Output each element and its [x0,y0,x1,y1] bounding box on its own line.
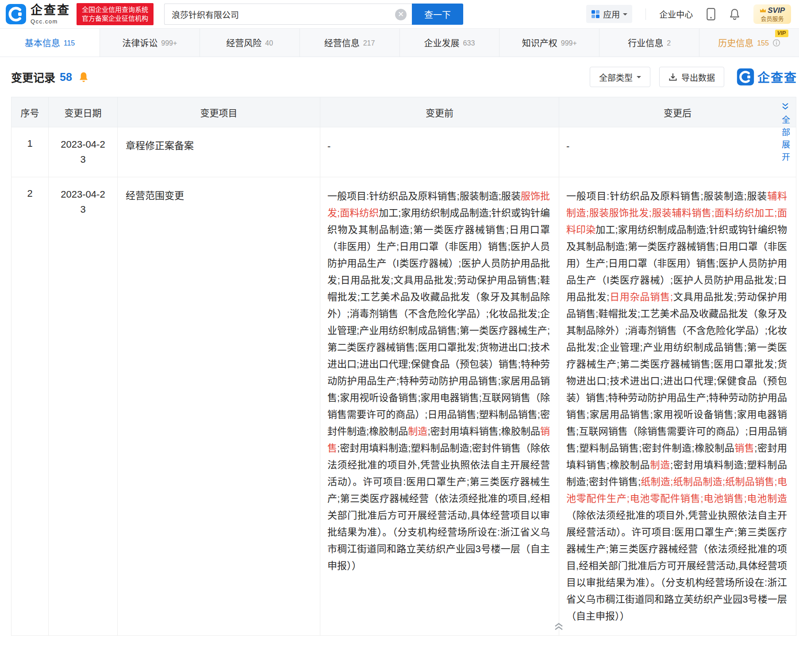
notifications-bell-icon[interactable] [729,8,740,20]
svip-title: SVIP [768,7,785,15]
cell-change-date: 2023-04-23 [49,177,118,636]
svip-subtitle: 会员服务 [761,16,784,22]
cell-change-item: 章程修正案备案 [118,127,320,177]
header-change-item: 变更项目 [118,97,320,127]
change-records-table: 全部展开 序号 变更日期 变更项目 变更前 变更后 1 2023-04-23 [11,97,796,636]
header-change-date: 变更日期 [49,97,118,127]
header-after-change: 变更后 [559,97,796,127]
double-chevron-down-icon [781,102,790,111]
enterprise-center-link[interactable]: 企业中心 [659,8,693,20]
section-actions: 全部类型 导出数据 企查查 [590,67,797,87]
monitor-bell-icon[interactable] [78,71,89,83]
info-icon[interactable] [772,39,780,47]
tab-operation-info[interactable]: 经营信息 217 [300,29,400,57]
tab-count: 999+ [561,39,577,47]
search-area: ✕ 查一下 [164,4,463,25]
export-data-label: 导出数据 [681,71,715,83]
table-header-row: 序号 变更日期 变更项目 变更前 变更后 [12,97,796,127]
table-row: 1 2023-04-23 章程修正案备案 - - [12,127,796,177]
cell-serial: 2 [12,177,49,636]
cell-after-change: - [559,127,796,177]
cell-before-change: 一般项目:针纺织品及原料销售;服装制造;服装服饰批发;面料纺织加工;家用纺织制成… [320,177,559,636]
tab-count: 633 [463,39,475,47]
filter-type-label: 全部类型 [599,71,633,83]
tab-label: 企业发展 [424,36,460,49]
chevron-down-icon [623,13,627,18]
svip-badge[interactable]: SVIP 会员服务 [753,4,791,24]
tab-count: 217 [363,39,375,47]
certification-line1: 全国企业信用查询系统 [82,5,148,14]
tab-label: 经营风险 [226,36,261,49]
tab-label: 历史信息 [718,36,753,49]
double-chevron-up-icon [553,622,565,631]
cell-after-change: 一般项目:针纺织品及原料销售;服装制造;服装辅料制造;服装服饰批发;服装辅料销售… [559,177,796,636]
qcc-logo[interactable]: 企查查 Qcc.com [5,4,70,25]
nav-divider [645,8,646,20]
cell-before-change: - [320,127,559,177]
chevron-down-icon [637,76,641,80]
filter-type-button[interactable]: 全部类型 [590,67,650,87]
header-nav: 应用 企业中心 SVIP 会员服务 [586,4,791,24]
tab-history-info[interactable]: VIP 历史信息 155 [699,29,799,57]
qcc-logo-text: 企查查 Qcc.com [31,4,70,24]
header-before-change: 变更前 [320,97,559,127]
qcc-logo-icon [737,68,754,86]
search-box: ✕ [164,4,412,25]
section-title: 变更记录 [11,69,55,85]
top-header: 企查查 Qcc.com 全国企业信用查询系统 官方备案企业征信机构 ✕ 查一下 … [0,0,799,28]
detail-tabs: 基本信息 115 法律诉讼 999+ 经营风险 40 经营信息 217 企业发展… [0,28,799,57]
download-icon [668,73,677,81]
cell-change-item: 经营范围变更 [118,177,320,636]
crown-icon [760,8,766,13]
mobile-app-icon[interactable] [706,8,716,20]
tab-label: 行业信息 [628,36,663,49]
tab-count: 115 [64,39,75,47]
logo-name: 企查查 [31,4,70,16]
section-count: 58 [60,71,72,84]
tab-count: 999+ [161,39,177,47]
qcc-watermark-text: 企查查 [757,68,797,86]
expand-all-label: 全部展开 [779,115,791,165]
clear-search-icon[interactable]: ✕ [395,9,407,20]
apps-menu[interactable]: 应用 [586,5,632,23]
qcc-logo-icon [5,4,27,25]
apps-grid-icon [591,10,600,19]
tab-intellectual-property[interactable]: 知识产权 999+ [499,29,599,57]
expand-all-control[interactable]: 全部展开 [779,102,791,165]
search-button[interactable]: 查一下 [412,4,463,25]
tab-operation-risk[interactable]: 经营风险 40 [200,29,300,57]
table-row: 2 2023-04-23 经营范围变更 一般项目:针纺织品及原料销售;服装制造;… [12,177,796,636]
tab-basic-info[interactable]: 基本信息 115 [0,29,100,57]
tab-enterprise-development[interactable]: 企业发展 633 [400,29,500,57]
vip-tag: VIP [775,30,788,37]
tab-label: 法律诉讼 [122,36,157,49]
header-serial: 序号 [12,97,49,127]
tab-count: 2 [667,39,671,47]
tab-label: 经营信息 [324,36,360,49]
certification-line2: 官方备案企业征信机构 [82,14,148,23]
cell-serial: 1 [12,127,49,177]
main-content: 变更记录 58 全部类型 导出数据 [0,57,799,636]
tab-label: 知识产权 [522,36,557,49]
tab-label: 基本信息 [25,36,60,49]
change-records-header: 变更记录 58 全部类型 导出数据 [11,57,797,97]
tab-count: 40 [265,39,273,47]
tab-legal-litigation[interactable]: 法律诉讼 999+ [100,29,200,57]
collapse-control[interactable] [553,622,565,633]
export-data-button[interactable]: 导出数据 [659,67,724,87]
cell-change-date: 2023-04-23 [49,127,118,177]
qcc-watermark-logo: 企查查 [737,68,797,86]
tab-industry-info[interactable]: 行业信息 2 [599,29,699,57]
search-input[interactable] [165,4,412,24]
tab-count: 155 [757,39,769,47]
certification-badge: 全国企业信用查询系统 官方备案企业征信机构 [77,3,154,25]
logo-domain: Qcc.com [31,19,70,24]
apps-label: 应用 [603,8,620,20]
